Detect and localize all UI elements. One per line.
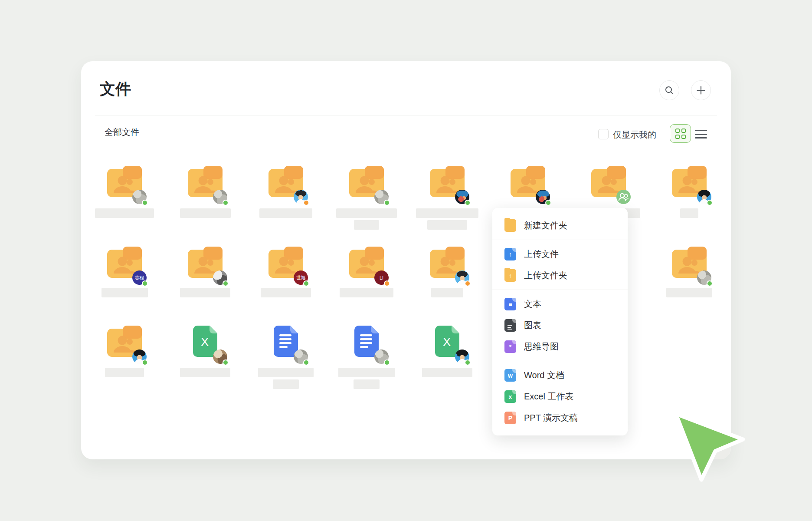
status-dot xyxy=(223,359,229,366)
status-dot xyxy=(384,200,390,206)
file-meta-placeholder xyxy=(427,220,467,230)
plus-icon xyxy=(696,86,706,95)
status-dot xyxy=(223,200,229,206)
file-meta-placeholder xyxy=(354,379,380,389)
status-dot xyxy=(707,200,713,206)
menu-item-chart[interactable]: 图表 xyxy=(492,315,628,336)
file-name-placeholder xyxy=(180,288,230,297)
menu-item-label: Excel 工作表 xyxy=(524,391,573,402)
tab-all-files[interactable]: 全部文件 xyxy=(105,126,139,138)
upload-folder-icon: ↑ xyxy=(504,269,516,282)
menu-item-ppt[interactable]: P PPT 演示文稿 xyxy=(492,407,628,429)
menu-item-label: 上传文件 xyxy=(524,248,559,260)
excel-icon: x xyxy=(504,390,516,403)
file-name-placeholder xyxy=(180,208,231,218)
status-dot xyxy=(303,200,309,206)
file-name-placeholder xyxy=(105,368,144,377)
menu-item-label: PPT 演示文稿 xyxy=(524,412,578,424)
menu-item-text[interactable]: ≡ 文本 xyxy=(492,293,628,315)
status-dot xyxy=(142,280,148,287)
file-name-placeholder xyxy=(259,208,312,218)
status-dot xyxy=(303,280,309,287)
page-title: 文件 xyxy=(100,79,131,100)
status-dot xyxy=(142,359,148,366)
menu-item-excel[interactable]: x Excel 工作表 xyxy=(492,386,628,407)
menu-item-label: 图表 xyxy=(524,320,541,331)
status-dot xyxy=(465,359,471,366)
file-name-placeholder xyxy=(261,288,311,297)
status-dot xyxy=(465,280,471,287)
text-icon: ≡ xyxy=(504,298,516,310)
menu-section: ≡ 文本 图表 * 思维导图 xyxy=(492,290,628,361)
menu-section: 新建文件夹 xyxy=(492,211,628,240)
new-folder-icon xyxy=(504,219,516,232)
file-meta-placeholder xyxy=(273,379,299,389)
menu-item-label: Word 文档 xyxy=(524,369,564,381)
menu-item-label: 文本 xyxy=(524,298,541,310)
file-name-placeholder xyxy=(338,368,395,377)
file-name-placeholder xyxy=(431,288,463,297)
status-dot xyxy=(465,200,471,206)
file-meta-placeholder xyxy=(354,220,379,230)
status-dot xyxy=(707,280,713,287)
search-button[interactable] xyxy=(659,80,679,100)
menu-item-new-folder[interactable]: 新建文件夹 xyxy=(492,215,628,236)
file-name-placeholder xyxy=(340,288,393,297)
svg-text:X: X xyxy=(443,335,451,349)
status-dot xyxy=(545,200,551,206)
files-panel: 文件 全部文件 仅显示我的 xyxy=(81,61,731,459)
menu-section: ↑ 上传文件 ↑ 上传文件夹 xyxy=(492,240,628,290)
green-cursor-icon xyxy=(670,406,755,491)
grid-view-icon xyxy=(675,129,686,139)
file-name-placeholder xyxy=(258,368,314,377)
add-button[interactable] xyxy=(691,80,711,100)
menu-item-word[interactable]: w Word 文档 xyxy=(492,365,628,386)
member-avatar xyxy=(616,190,631,204)
menu-section: w Word 文档 x Excel 工作表 P PPT 演示文稿 xyxy=(492,361,628,432)
menu-item-mindmap[interactable]: * 思维导图 xyxy=(492,336,628,357)
file-name-placeholder xyxy=(336,208,397,218)
word-icon: w xyxy=(504,369,516,382)
ppt-icon: P xyxy=(504,412,516,424)
grid-view-button[interactable] xyxy=(670,124,691,143)
file-name-placeholder xyxy=(666,288,712,297)
upload-file-icon: ↑ xyxy=(504,248,516,260)
file-name-placeholder xyxy=(180,368,230,377)
file-name-placeholder xyxy=(680,208,698,218)
menu-item-label: 新建文件夹 xyxy=(524,220,567,231)
only-mine-label[interactable]: 仅显示我的 xyxy=(613,129,656,141)
menu-item-upload-folder[interactable]: ↑ 上传文件夹 xyxy=(492,265,628,286)
menu-item-label: 上传文件夹 xyxy=(524,270,567,281)
file-name-placeholder xyxy=(102,288,148,297)
file-name-placeholder xyxy=(416,208,478,218)
status-dot xyxy=(303,359,309,366)
list-view-button[interactable] xyxy=(695,129,707,139)
menu-item-label: 思维导图 xyxy=(524,341,559,353)
status-dot xyxy=(142,200,148,206)
file-name-placeholder xyxy=(422,368,472,377)
menu-item-upload-file[interactable]: ↑ 上传文件 xyxy=(492,244,628,265)
header-divider xyxy=(95,115,717,115)
chart-icon xyxy=(504,319,516,332)
svg-text:X: X xyxy=(201,335,209,349)
mindmap-icon: * xyxy=(504,340,516,353)
new-item-menu: 新建文件夹 ↑ 上传文件 ↑ 上传文件夹 ≡ 文本 图表 * 思维导图 w Wo… xyxy=(492,208,628,435)
status-dot xyxy=(223,280,229,287)
search-icon xyxy=(665,86,674,95)
status-dot xyxy=(384,280,390,287)
only-mine-checkbox[interactable] xyxy=(598,129,609,139)
file-name-placeholder xyxy=(95,208,154,218)
status-dot xyxy=(384,359,390,366)
